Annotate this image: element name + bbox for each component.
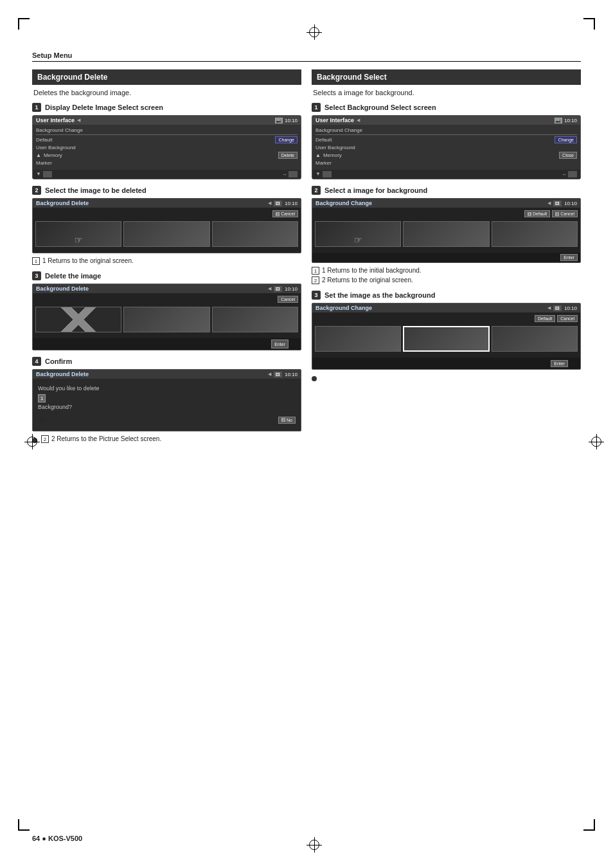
step3-screen: Background Delete ◀ 🖼 10:10 Cancel: [32, 284, 301, 350]
background-select-section: Background Select Selects a image for ba…: [312, 69, 581, 443]
right-step2-note1: 1 1 Returns to the initial background.: [312, 267, 581, 275]
right-step3-hand: ☞: [569, 359, 578, 368]
note-right2-2: 2: [312, 276, 319, 284]
background-delete-section: Background Delete Deletes the background…: [32, 69, 301, 443]
step1-row-default: Default Change: [36, 136, 298, 143]
step1-row-marker: Marker: [36, 160, 298, 166]
step1-icon1: 📷: [275, 118, 283, 123]
right-step1-row-user-bg: User Background: [315, 145, 577, 150]
right-thumb3[interactable]: [492, 221, 578, 247]
bullet2: [312, 376, 317, 381]
corner-bracket-tr: [583, 18, 595, 30]
right-step3-thumb1[interactable]: [315, 326, 401, 352]
right-step2-label: 2 Select a image for background: [312, 186, 581, 195]
right-step2-screen: Background Change ◀ 🖼 10:10 1 Default: [312, 198, 581, 263]
step3-icon: 🖼: [274, 286, 282, 292]
setup-menu-label: Setup Menu: [32, 51, 581, 62]
right-thumb2[interactable]: [403, 221, 489, 247]
step2-note: 1 1 Returns to the original screen.: [32, 257, 301, 265]
right-step3-enter-btn: Enter: [551, 360, 568, 367]
hand-icon: ☞: [75, 235, 83, 245]
right-step1-footer-icon3: [568, 171, 577, 177]
step4-note-container: 2 2 Returns to the Pictrue Select screen…: [32, 435, 301, 443]
right-step1-icon1: 📷: [555, 118, 562, 123]
right-step3-cancel-btn: Cancel: [557, 315, 578, 322]
step4-num: 4: [32, 357, 41, 366]
right-step1-row-default: Default Change: [315, 136, 577, 143]
step3-thumb1[interactable]: [35, 307, 121, 332]
right-step1-row-bg: Background Change: [315, 127, 577, 133]
right-step3-thumb2[interactable]: [403, 326, 490, 352]
right-step2-default-btn: 1 Default: [524, 210, 550, 217]
corner-bracket-tl: [18, 18, 30, 30]
right-step2-num: 2: [312, 186, 321, 195]
corner-bracket-bl: [18, 819, 30, 831]
right-step3-icon: 🖼: [553, 305, 562, 311]
right-step1-time: 10:10: [564, 118, 577, 123]
right-step3-thumb-grid: [315, 326, 578, 352]
right-thumb1[interactable]: ☞: [315, 221, 401, 247]
step1-row-user-bg: User Background: [36, 145, 298, 150]
right-step1-footer-icon2: [323, 171, 332, 177]
page-number: 64 ● KOS-V500: [32, 835, 82, 842]
step1-footer-icon3: [289, 171, 298, 177]
step2-label: 2 Select the image to be deleted: [32, 186, 301, 195]
right-step2-notes: 1 1 Returns to the initial background. 2…: [312, 267, 581, 284]
corner-bracket-br: [583, 819, 595, 831]
right-step2-thumb-grid: ☞: [315, 221, 578, 247]
step1-footer-icon1: ▼: [36, 171, 41, 177]
bg-select-header: Background Select: [312, 69, 581, 85]
right-step3-label: 3 Set the image as the background: [312, 291, 581, 300]
bg-select-desc: Selects a image for background.: [312, 89, 581, 96]
right-step1-title: User Interface: [315, 117, 354, 123]
step4-confirm-text1: Would you like to delete: [38, 385, 296, 392]
right-step3-thumb3[interactable]: [492, 326, 578, 352]
right-step3-num: 3: [312, 291, 321, 300]
step4-label: 4 Confirm: [32, 357, 301, 366]
step4-no-btn: 2 No: [278, 417, 296, 424]
bg-delete-desc: Deletes the background image.: [32, 89, 301, 96]
step3-title: Background Delete: [36, 285, 89, 292]
right-hand-icon: ☞: [354, 235, 362, 245]
step1-row-memory: ▲ Memory Delete: [36, 152, 298, 159]
thumb2[interactable]: [123, 221, 209, 247]
step1-label: 1 Display Delete Image Select screen: [32, 103, 301, 112]
step2-title: Background Delete: [36, 200, 89, 206]
step3-thumb3[interactable]: [212, 307, 298, 332]
step2-num: 2: [32, 186, 41, 195]
step2-icon: 🖼: [274, 201, 282, 206]
step1-screen-title: User Interface: [36, 117, 75, 123]
right-step1-num: 1: [312, 103, 321, 112]
thumb1[interactable]: ☞: [35, 221, 121, 247]
right-step3-time: 10:10: [564, 305, 577, 311]
right-step2-title: Background Change: [315, 200, 372, 206]
step2-time: 10:10: [285, 201, 298, 206]
step1-footer-arr: ↔: [282, 172, 287, 177]
step3-thumb2[interactable]: [123, 307, 209, 332]
right-step3-screen: Background Change ◀ 🖼 10:10 Default Canc…: [312, 303, 581, 370]
right-step2-cancel-btn: 2 Cancel: [552, 210, 578, 217]
step3-hand: ☞: [290, 339, 298, 348]
step4-screen: Background Delete ◀ 🖼 10:10 Would you li…: [32, 369, 301, 431]
step4-num-badge: 1: [38, 394, 46, 402]
right-step2-enter-btn: Enter: [560, 254, 578, 261]
bg-delete-header: Background Delete: [32, 69, 301, 85]
right-step3-default-btn: Default: [535, 315, 555, 322]
right-step1-close-btn: Close: [559, 152, 577, 159]
step3-enter-btn: Enter: [271, 339, 289, 348]
step4-hand: ☞: [38, 415, 46, 424]
right-step2-note2: 2 2 Returns to the original screen.: [312, 276, 581, 284]
step1-change-btn: Change: [275, 136, 298, 143]
thumb3[interactable]: [212, 221, 298, 247]
step2-cancel-btn: 1 Cancel: [272, 210, 298, 217]
step1-num: 1: [32, 103, 41, 112]
step4-time: 10:10: [285, 372, 298, 377]
step1-row-bg-change: Background Change: [36, 127, 298, 133]
step3-cancel-btn: Cancel: [278, 296, 298, 303]
step1-delete-btn: Delete: [278, 152, 298, 159]
step4-note: 2 2 Returns to the Pictrue Select screen…: [41, 435, 161, 443]
step4-title: Background Delete: [36, 371, 89, 377]
note-right2-1: 1: [312, 267, 319, 275]
right-step1-row-marker: Marker: [315, 160, 577, 166]
right-step1-screen: User Interface ◀ 📷 10:10 Background Chan…: [312, 115, 581, 179]
